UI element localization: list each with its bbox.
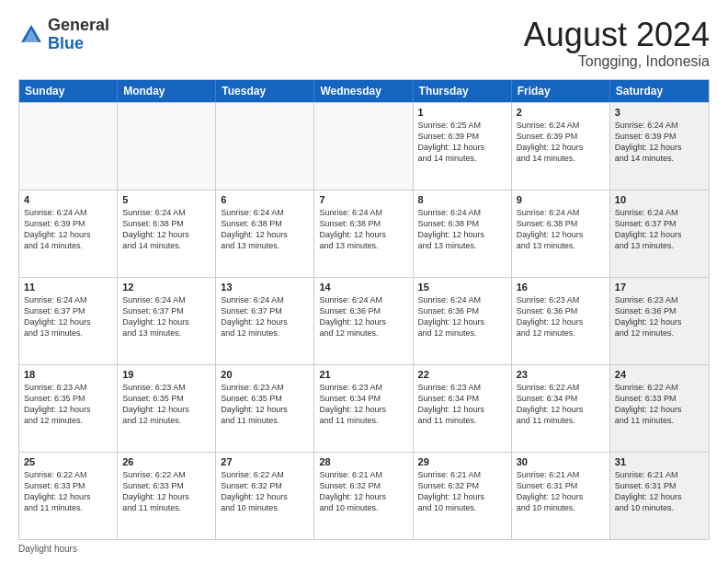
day-number: 14 xyxy=(319,282,407,293)
cell-info: Sunrise: 6:23 AMSunset: 6:35 PMDaylight:… xyxy=(122,382,210,427)
cal-cell-24: 24Sunrise: 6:22 AMSunset: 6:33 PMDayligh… xyxy=(610,365,709,452)
cell-info: Sunrise: 6:24 AMSunset: 6:39 PMDaylight:… xyxy=(24,207,112,252)
day-number: 1 xyxy=(418,107,506,118)
day-number: 3 xyxy=(615,107,704,118)
cal-cell-23: 23Sunrise: 6:22 AMSunset: 6:34 PMDayligh… xyxy=(512,365,610,452)
day-number: 20 xyxy=(221,369,309,380)
cal-cell-28: 28Sunrise: 6:21 AMSunset: 6:32 PMDayligh… xyxy=(314,453,413,539)
cal-header-cell-sunday: Sunday xyxy=(19,80,118,102)
cell-info: Sunrise: 6:24 AMSunset: 6:37 PMDaylight:… xyxy=(24,294,112,339)
cal-cell-17: 17Sunrise: 6:23 AMSunset: 6:36 PMDayligh… xyxy=(610,278,709,364)
footer-note: Daylight hours xyxy=(18,540,710,554)
logo-icon xyxy=(18,22,44,48)
cell-info: Sunrise: 6:22 AMSunset: 6:32 PMDaylight:… xyxy=(221,469,309,514)
month-year: August 2024 xyxy=(524,17,710,53)
cal-cell-12: 12Sunrise: 6:24 AMSunset: 6:37 PMDayligh… xyxy=(118,278,216,364)
cal-cell-22: 22Sunrise: 6:23 AMSunset: 6:34 PMDayligh… xyxy=(414,365,512,452)
day-number: 24 xyxy=(615,369,704,380)
day-number: 4 xyxy=(24,194,112,205)
cal-cell-6: 6Sunrise: 6:24 AMSunset: 6:38 PMDaylight… xyxy=(216,190,314,277)
cal-cell-7: 7Sunrise: 6:24 AMSunset: 6:38 PMDaylight… xyxy=(314,190,413,277)
day-number: 17 xyxy=(615,282,704,293)
cal-cell-5: 5Sunrise: 6:24 AMSunset: 6:38 PMDaylight… xyxy=(118,190,216,277)
day-number: 23 xyxy=(517,369,605,380)
day-number: 26 xyxy=(122,456,210,467)
day-number: 19 xyxy=(122,369,210,380)
header: General Blue August 2024 Tongging, Indon… xyxy=(18,17,710,70)
page: General Blue August 2024 Tongging, Indon… xyxy=(0,0,728,563)
cal-cell-8: 8Sunrise: 6:24 AMSunset: 6:38 PMDaylight… xyxy=(414,190,512,277)
logo-text: General Blue xyxy=(48,17,109,53)
cal-cell-31: 31Sunrise: 6:21 AMSunset: 6:31 PMDayligh… xyxy=(610,453,709,539)
cell-info: Sunrise: 6:24 AMSunset: 6:37 PMDaylight:… xyxy=(221,294,309,339)
cal-cell-29: 29Sunrise: 6:21 AMSunset: 6:32 PMDayligh… xyxy=(414,453,512,539)
cal-cell-14: 14Sunrise: 6:24 AMSunset: 6:36 PMDayligh… xyxy=(314,278,413,364)
cal-cell-1: 1Sunrise: 6:25 AMSunset: 6:39 PMDaylight… xyxy=(414,103,512,190)
cell-info: Sunrise: 6:24 AMSunset: 6:37 PMDaylight:… xyxy=(615,207,704,252)
cal-cell-26: 26Sunrise: 6:22 AMSunset: 6:33 PMDayligh… xyxy=(118,453,216,539)
cell-info: Sunrise: 6:24 AMSunset: 6:39 PMDaylight:… xyxy=(615,120,704,165)
calendar-header: SundayMondayTuesdayWednesdayThursdayFrid… xyxy=(19,80,709,102)
cal-cell-13: 13Sunrise: 6:24 AMSunset: 6:37 PMDayligh… xyxy=(216,278,314,364)
cell-info: Sunrise: 6:24 AMSunset: 6:38 PMDaylight:… xyxy=(319,207,407,252)
day-number: 30 xyxy=(517,456,605,467)
cell-info: Sunrise: 6:24 AMSunset: 6:38 PMDaylight:… xyxy=(418,207,506,252)
day-number: 10 xyxy=(615,194,704,205)
day-number: 9 xyxy=(517,194,605,205)
logo-blue-text: Blue xyxy=(48,34,84,52)
cal-header-cell-monday: Monday xyxy=(118,80,216,102)
day-number: 2 xyxy=(517,107,605,118)
cal-row-4: 25Sunrise: 6:22 AMSunset: 6:33 PMDayligh… xyxy=(19,452,709,539)
cal-cell-15: 15Sunrise: 6:24 AMSunset: 6:36 PMDayligh… xyxy=(414,278,512,364)
cal-cell-empty-1 xyxy=(118,103,216,190)
day-number: 18 xyxy=(24,369,112,380)
cell-info: Sunrise: 6:24 AMSunset: 6:36 PMDaylight:… xyxy=(319,294,407,339)
day-number: 15 xyxy=(418,282,506,293)
cal-cell-25: 25Sunrise: 6:22 AMSunset: 6:33 PMDayligh… xyxy=(19,453,118,539)
cell-info: Sunrise: 6:21 AMSunset: 6:32 PMDaylight:… xyxy=(418,469,506,514)
cal-cell-9: 9Sunrise: 6:24 AMSunset: 6:38 PMDaylight… xyxy=(512,190,610,277)
day-number: 31 xyxy=(615,456,704,467)
cell-info: Sunrise: 6:22 AMSunset: 6:33 PMDaylight:… xyxy=(122,469,210,514)
cal-header-cell-friday: Friday xyxy=(512,80,610,102)
cal-cell-18: 18Sunrise: 6:23 AMSunset: 6:35 PMDayligh… xyxy=(19,365,118,452)
day-number: 6 xyxy=(221,194,309,205)
location: Tongging, Indonesia xyxy=(524,53,710,70)
cal-cell-empty-3 xyxy=(314,103,413,190)
day-number: 16 xyxy=(517,282,605,293)
cell-info: Sunrise: 6:23 AMSunset: 6:35 PMDaylight:… xyxy=(221,382,309,427)
day-number: 29 xyxy=(418,456,506,467)
cal-cell-empty-2 xyxy=(216,103,314,190)
cell-info: Sunrise: 6:22 AMSunset: 6:33 PMDaylight:… xyxy=(615,382,704,427)
day-number: 13 xyxy=(221,282,309,293)
cell-info: Sunrise: 6:21 AMSunset: 6:31 PMDaylight:… xyxy=(517,469,605,514)
day-number: 22 xyxy=(418,369,506,380)
cal-cell-4: 4Sunrise: 6:24 AMSunset: 6:39 PMDaylight… xyxy=(19,190,118,277)
cell-info: Sunrise: 6:22 AMSunset: 6:34 PMDaylight:… xyxy=(517,382,605,427)
day-number: 11 xyxy=(24,282,112,293)
cal-cell-16: 16Sunrise: 6:23 AMSunset: 6:36 PMDayligh… xyxy=(512,278,610,364)
cal-header-cell-thursday: Thursday xyxy=(414,80,512,102)
cal-cell-21: 21Sunrise: 6:23 AMSunset: 6:34 PMDayligh… xyxy=(314,365,413,452)
day-number: 12 xyxy=(122,282,210,293)
day-number: 25 xyxy=(24,456,112,467)
calendar-body: 1Sunrise: 6:25 AMSunset: 6:39 PMDaylight… xyxy=(19,102,709,539)
cal-cell-30: 30Sunrise: 6:21 AMSunset: 6:31 PMDayligh… xyxy=(512,453,610,539)
cell-info: Sunrise: 6:24 AMSunset: 6:38 PMDaylight:… xyxy=(517,207,605,252)
daylight-label: Daylight hours xyxy=(18,544,77,554)
cal-row-2: 11Sunrise: 6:24 AMSunset: 6:37 PMDayligh… xyxy=(19,277,709,364)
cell-info: Sunrise: 6:23 AMSunset: 6:34 PMDaylight:… xyxy=(418,382,506,427)
cal-cell-3: 3Sunrise: 6:24 AMSunset: 6:39 PMDaylight… xyxy=(610,103,709,190)
cell-info: Sunrise: 6:24 AMSunset: 6:38 PMDaylight:… xyxy=(122,207,210,252)
cal-header-cell-saturday: Saturday xyxy=(610,80,709,102)
cal-cell-2: 2Sunrise: 6:24 AMSunset: 6:39 PMDaylight… xyxy=(512,103,610,190)
cell-info: Sunrise: 6:23 AMSunset: 6:36 PMDaylight:… xyxy=(615,294,704,339)
cell-info: Sunrise: 6:22 AMSunset: 6:33 PMDaylight:… xyxy=(24,469,112,514)
cal-header-cell-tuesday: Tuesday xyxy=(216,80,314,102)
cell-info: Sunrise: 6:24 AMSunset: 6:37 PMDaylight:… xyxy=(122,294,210,339)
cal-cell-27: 27Sunrise: 6:22 AMSunset: 6:32 PMDayligh… xyxy=(216,453,314,539)
title-block: August 2024 Tongging, Indonesia xyxy=(524,17,710,70)
logo: General Blue xyxy=(18,17,109,53)
day-number: 5 xyxy=(122,194,210,205)
cal-row-0: 1Sunrise: 6:25 AMSunset: 6:39 PMDaylight… xyxy=(19,102,709,190)
